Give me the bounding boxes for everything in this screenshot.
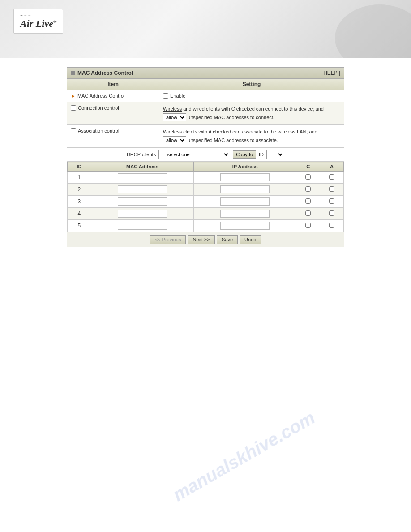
mac-input-5[interactable]	[118, 222, 167, 230]
row-id-4: 4	[68, 208, 91, 220]
table-row: 2	[68, 184, 344, 196]
mac-cell-3	[91, 196, 193, 208]
connection-allow-select[interactable]: allow deny	[163, 113, 186, 121]
mac-cell-4	[91, 208, 193, 220]
item-column-header: Item	[67, 79, 159, 90]
c-checkbox-2[interactable]	[305, 186, 311, 192]
association-control-setting: Wireless clients with A checked can asso…	[159, 125, 344, 147]
enable-label: Enable	[163, 93, 340, 99]
setting-column-header: Setting	[159, 79, 344, 90]
c-checkbox-4[interactable]	[305, 210, 311, 216]
association-control-item: Association control	[67, 125, 159, 147]
association-control-label: Association control	[78, 128, 119, 133]
mac-entries-table: ID MAC Address IP Address C A 1	[67, 162, 344, 232]
buttons-row: << Previous Next >> Save Undo	[67, 232, 344, 247]
save-button[interactable]: Save	[217, 235, 238, 244]
association-allow-select[interactable]: allow deny	[163, 136, 186, 144]
mac-input-1[interactable]	[118, 173, 167, 181]
copy-to-button[interactable]: Copy to	[233, 150, 256, 159]
a-cell-1	[320, 172, 344, 184]
ip-input-5[interactable]	[220, 222, 270, 230]
a-checkbox-1[interactable]	[329, 174, 334, 180]
c-cell-3	[296, 196, 320, 208]
mac-address-column-header: MAC Address	[91, 162, 193, 172]
mac-input-3[interactable]	[118, 197, 167, 206]
wireless-link-assoc: Wireless	[163, 129, 182, 134]
ip-cell-3	[194, 196, 296, 208]
wireless-link-conn: Wireless	[163, 106, 182, 112]
brand-name: Air Live®	[20, 18, 56, 29]
mac-address-control-item: ► MAC Address Control	[67, 90, 159, 102]
undo-button[interactable]: Undo	[240, 235, 261, 244]
c-cell-4	[296, 208, 320, 220]
dhcp-clients-row: DHCP clients -- select one -- Copy to ID…	[67, 148, 344, 162]
row-id-1: 1	[68, 172, 91, 184]
signal-lines: ~~~	[20, 13, 56, 18]
mac-table-header-row: ID MAC Address IP Address C A	[68, 162, 344, 172]
connection-control-setting: Wireless and wired clients with C checke…	[159, 102, 344, 124]
row-id-2: 2	[68, 184, 91, 196]
logo-area: ~~~ Air Live®	[0, 0, 411, 43]
mac-address-control-setting: Enable	[159, 90, 344, 102]
connection-control-row: Connection control Wireless and wired cl…	[67, 102, 344, 125]
ip-input-4[interactable]	[220, 210, 270, 218]
mac-address-control-label: MAC Address Control	[77, 93, 125, 99]
row-id-3: 3	[68, 196, 91, 208]
a-cell-5	[320, 220, 344, 232]
association-control-row: Association control Wireless clients wit…	[67, 125, 344, 148]
ip-input-1[interactable]	[220, 173, 270, 181]
next-button[interactable]: Next >>	[188, 235, 215, 244]
ip-cell-2	[194, 184, 296, 196]
id-column-header: ID	[68, 162, 91, 172]
connection-control-item: Connection control	[67, 102, 159, 124]
a-checkbox-2[interactable]	[329, 186, 334, 192]
main-content: MAC Address Control [ HELP ] Item Settin…	[0, 58, 411, 256]
mac-input-4[interactable]	[118, 210, 167, 218]
a-cell-2	[320, 184, 344, 196]
connection-control-checkbox[interactable]	[71, 105, 76, 111]
c-cell-2	[296, 184, 320, 196]
logo-box: ~~~ Air Live®	[13, 9, 63, 34]
title-bar: MAC Address Control [ HELP ]	[67, 68, 344, 79]
mac-cell-1	[91, 172, 193, 184]
c-cell-1	[296, 172, 320, 184]
mac-cell-5	[91, 220, 193, 232]
connection-control-label: Connection control	[78, 105, 119, 111]
ip-address-column-header: IP Address	[194, 162, 296, 172]
c-column-header: C	[296, 162, 320, 172]
title-icon	[71, 71, 75, 75]
header-area: ~~~ Air Live®	[0, 0, 411, 58]
mac-cell-2	[91, 184, 193, 196]
dhcp-clients-select[interactable]: -- select one --	[158, 150, 230, 159]
table-row: 3	[68, 196, 344, 208]
connection-control-text: Wireless and wired clients with C checke…	[163, 105, 340, 121]
row-id-5: 5	[68, 220, 91, 232]
a-checkbox-4[interactable]	[329, 210, 334, 216]
c-checkbox-1[interactable]	[305, 174, 311, 180]
title-bar-left: MAC Address Control	[71, 70, 133, 76]
mac-address-control-panel: MAC Address Control [ HELP ] Item Settin…	[67, 67, 344, 247]
ip-cell-1	[194, 172, 296, 184]
c-checkbox-3[interactable]	[305, 198, 311, 204]
help-link[interactable]: [ HELP ]	[321, 70, 340, 76]
panel-title: MAC Address Control	[77, 70, 133, 76]
a-checkbox-5[interactable]	[329, 223, 334, 228]
table-row: 5	[68, 220, 344, 232]
c-cell-5	[296, 220, 320, 232]
ip-input-2[interactable]	[220, 185, 270, 193]
ip-input-3[interactable]	[220, 197, 270, 206]
a-checkbox-3[interactable]	[329, 198, 334, 204]
association-control-text: Wireless clients with A checked can asso…	[163, 128, 340, 144]
c-checkbox-5[interactable]	[305, 223, 311, 228]
mac-address-control-checkbox[interactable]	[163, 93, 168, 99]
a-cell-3	[320, 196, 344, 208]
id-select[interactable]: -- 1 2 3 4 5	[266, 150, 284, 159]
table-row: 4	[68, 208, 344, 220]
association-control-checkbox[interactable]	[71, 128, 76, 133]
dhcp-clients-label: DHCP clients	[127, 152, 156, 157]
column-header-row: Item Setting	[67, 79, 344, 90]
a-cell-4	[320, 208, 344, 220]
mac-input-2[interactable]	[118, 185, 167, 193]
previous-button[interactable]: << Previous	[150, 235, 186, 244]
a-column-header: A	[320, 162, 344, 172]
